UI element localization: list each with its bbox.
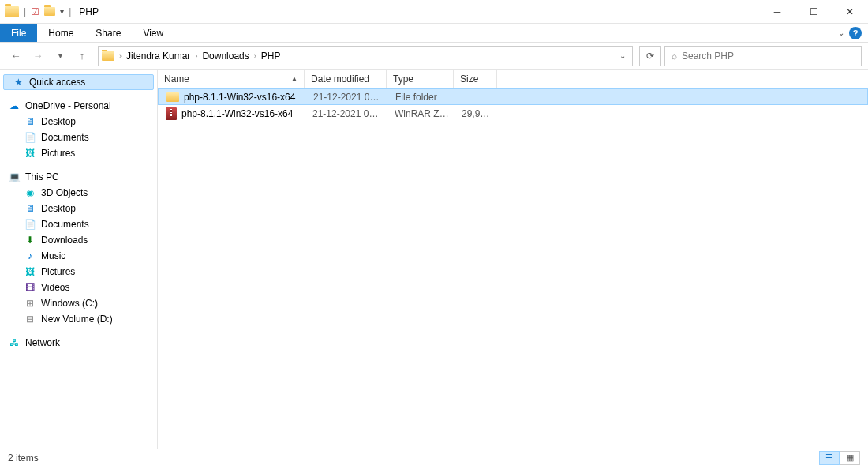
- sidebar-item-label: Desktop: [41, 203, 76, 214]
- sidebar-item-label: Desktop: [41, 116, 76, 127]
- address-bar[interactable]: › Jitendra Kumar › Downloads › PHP ⌄: [98, 46, 633, 66]
- file-name-cell: php-8.1.1-Win32-vs16-x64: [160, 92, 307, 103]
- sidebar-item-label: Pictures: [41, 148, 75, 159]
- zip-icon: [166, 107, 177, 120]
- qat-dropdown[interactable]: ▾: [60, 7, 64, 16]
- sidebar-item-documents[interactable]: 📄Documents: [0, 216, 157, 232]
- separator: |: [69, 6, 71, 17]
- search-placeholder: Search PHP: [682, 51, 734, 62]
- sidebar-item-3d-objects[interactable]: ◉3D Objects: [0, 185, 157, 201]
- tab-view[interactable]: View: [132, 24, 174, 42]
- music-icon: ♪: [24, 250, 36, 262]
- sidebar-item-label: Quick access: [29, 77, 85, 88]
- column-header-type[interactable]: Type: [387, 70, 454, 88]
- pictures-icon: 🖼: [24, 147, 36, 160]
- file-type-cell: WinRAR ZIP archive: [388, 108, 455, 119]
- ribbon-tabs: File Home Share View ⌄ ?: [0, 24, 868, 43]
- sidebar-item-label: Music: [41, 250, 65, 261]
- document-icon: 📄: [24, 131, 36, 144]
- tab-file[interactable]: File: [0, 24, 37, 42]
- view-large-icons-button[interactable]: ▦: [840, 451, 860, 465]
- sidebar-item-label: OneDrive - Personal: [25, 100, 111, 111]
- document-icon: 📄: [24, 218, 36, 231]
- file-size-cell: 29,926 KB: [455, 108, 499, 119]
- sidebar-item-label: Documents: [41, 132, 89, 143]
- sidebar-item-label: Documents: [41, 219, 89, 230]
- sidebar-onedrive[interactable]: ☁ OneDrive - Personal: [0, 98, 157, 114]
- separator: |: [24, 6, 26, 17]
- file-name: php-8.1.1-Win32-vs16-x64: [181, 108, 293, 119]
- sidebar-item-videos[interactable]: 🎞Videos: [0, 280, 157, 295]
- downloads-icon: ⬇: [24, 234, 36, 246]
- sidebar-item-documents[interactable]: 📄Documents: [0, 130, 157, 145]
- sidebar-quick-access[interactable]: ★ Quick access: [3, 74, 154, 90]
- status-bar: 2 items ☰ ▦: [0, 449, 868, 466]
- sidebar-item-drive-d[interactable]: ⊟New Volume (D:): [0, 311, 157, 327]
- minimize-button[interactable]: ─: [759, 0, 795, 24]
- recent-dropdown[interactable]: ▾: [51, 47, 69, 66]
- title-bar: | ☑ ▾ | PHP ─ ☐ ✕: [0, 0, 868, 24]
- quick-access-toolbar: | ☑ ▾ |: [0, 6, 76, 17]
- window-title: PHP: [79, 6, 99, 17]
- sidebar-item-desktop[interactable]: 🖥Desktop: [0, 201, 157, 216]
- back-button[interactable]: ←: [6, 47, 25, 66]
- sidebar-item-downloads[interactable]: ⬇Downloads: [0, 232, 157, 248]
- refresh-button[interactable]: ⟳: [639, 46, 661, 66]
- file-row[interactable]: php-8.1.1-Win32-vs16-x6421-12-2021 07:15…: [158, 105, 868, 122]
- sidebar-item-label: Network: [25, 337, 60, 348]
- drive-icon: ⊟: [24, 313, 36, 325]
- folder-icon: [44, 7, 55, 16]
- help-icon[interactable]: ?: [849, 27, 862, 39]
- file-type-cell: File folder: [389, 92, 456, 103]
- column-header-date[interactable]: Date modified: [305, 70, 387, 88]
- file-date-cell: 21-12-2021 07:17 AM: [307, 92, 389, 103]
- chevron-right-icon[interactable]: ›: [195, 52, 197, 60]
- sidebar-item-label: Pictures: [41, 266, 75, 277]
- sidebar-item-pictures[interactable]: 🖼Pictures: [0, 145, 157, 161]
- network-icon: 🖧: [8, 336, 21, 349]
- sidebar-network[interactable]: 🖧 Network: [0, 335, 157, 351]
- sidebar-item-label: Videos: [41, 282, 69, 293]
- drive-icon: ⊞: [24, 297, 36, 310]
- file-date-cell: 21-12-2021 07:15 AM: [306, 108, 388, 119]
- pictures-icon: 🖼: [24, 265, 36, 278]
- navigation-pane: ★ Quick access ☁ OneDrive - Personal 🖥De…: [0, 70, 158, 449]
- collapse-ribbon-icon[interactable]: ⌄: [838, 28, 844, 37]
- desktop-icon: 🖥: [24, 202, 36, 215]
- close-button[interactable]: ✕: [832, 0, 868, 24]
- sidebar-this-pc[interactable]: 💻 This PC: [0, 169, 157, 185]
- view-details-button[interactable]: ☰: [819, 451, 840, 465]
- chevron-right-icon[interactable]: ›: [254, 52, 256, 60]
- tab-home[interactable]: Home: [37, 24, 84, 42]
- sidebar-item-music[interactable]: ♪Music: [0, 248, 157, 264]
- maximize-button[interactable]: ☐: [795, 0, 832, 24]
- chevron-right-icon[interactable]: ›: [119, 52, 122, 60]
- breadcrumb[interactable]: Jitendra Kumar: [123, 51, 193, 62]
- star-icon: ★: [12, 76, 24, 88]
- forward-button[interactable]: →: [28, 47, 47, 66]
- file-list[interactable]: php-8.1.1-Win32-vs16-x6421-12-2021 07:17…: [158, 88, 868, 449]
- tab-share[interactable]: Share: [84, 24, 132, 42]
- sidebar-item-label: 3D Objects: [41, 187, 88, 198]
- properties-icon[interactable]: ☑: [31, 6, 39, 17]
- search-icon: ⌕: [672, 51, 677, 62]
- search-box[interactable]: ⌕ Search PHP: [664, 46, 862, 66]
- sidebar-item-label: This PC: [25, 171, 59, 182]
- column-header-name[interactable]: Name▲: [158, 70, 305, 88]
- navigation-row: ← → ▾ ↑ › Jitendra Kumar › Downloads › P…: [0, 43, 868, 70]
- breadcrumb[interactable]: PHP: [258, 51, 284, 62]
- address-dropdown[interactable]: ⌄: [616, 51, 629, 60]
- column-header-size[interactable]: Size: [454, 70, 497, 88]
- videos-icon: 🎞: [24, 281, 36, 294]
- sidebar-item-desktop[interactable]: 🖥Desktop: [0, 114, 157, 130]
- folder-icon: [5, 6, 19, 17]
- status-text: 2 items: [8, 453, 39, 464]
- sidebar-item-label: Downloads: [41, 235, 88, 246]
- folder-icon: [102, 51, 114, 61]
- file-row[interactable]: php-8.1.1-Win32-vs16-x6421-12-2021 07:17…: [158, 88, 868, 105]
- file-list-pane: Name▲ Date modified Type Size php-8.1.1-…: [158, 70, 868, 449]
- breadcrumb[interactable]: Downloads: [199, 51, 252, 62]
- sidebar-item-pictures[interactable]: 🖼Pictures: [0, 264, 157, 280]
- sidebar-item-drive-c[interactable]: ⊞Windows (C:): [0, 295, 157, 311]
- up-button[interactable]: ↑: [73, 47, 92, 66]
